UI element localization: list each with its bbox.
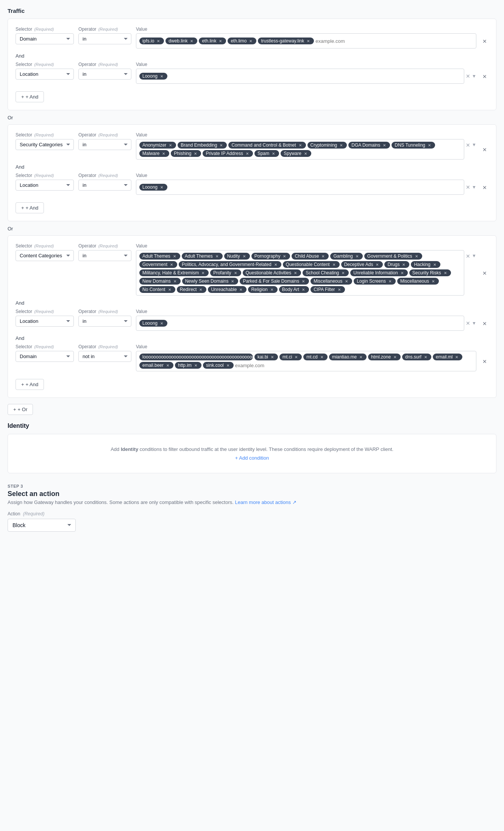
group1-row2-operator-select[interactable]: in not in [78,69,131,80]
add-or-btn[interactable]: + + Or [8,404,33,415]
group3-row2-clear-btn[interactable]: ✕ [466,320,470,326]
tag-close-religion[interactable]: ✕ [269,287,275,292]
group2-row2-clear-btn[interactable]: ✕ [466,184,470,190]
tag-close-anonymizer[interactable]: ✕ [168,142,173,148]
group1-row1-remove-btn[interactable]: ✕ [481,37,488,46]
group2-row2-value-box[interactable]: Looong ✕ [136,180,464,195]
tag-close-profanity[interactable]: ✕ [233,270,238,275]
tag-close-redirect[interactable]: ✕ [198,287,203,292]
tag-close-spyware[interactable]: ✕ [303,151,308,156]
tag-close-newly-seen-domains[interactable]: ✕ [230,279,235,284]
tag-close-new-domains[interactable]: ✕ [172,279,178,284]
tag-close-looong-g3r2[interactable]: ✕ [159,321,164,326]
tag-close-government[interactable]: ✕ [169,262,174,267]
tag-close-militancy[interactable]: ✕ [200,270,206,275]
group3-row3-selector-select[interactable]: Domain Location Security Categories Cont… [16,351,74,362]
action-select[interactable]: Block Allow Isolate Do Not Inspect [8,519,76,532]
tag-close-drugs[interactable]: ✕ [401,262,406,267]
tag-close-malware[interactable]: ✕ [161,151,166,156]
group3-row2-operator-select[interactable]: in not in [78,316,131,327]
group2-row2-remove-btn[interactable]: ✕ [481,183,488,192]
group3-row2-chevron-btn[interactable]: ▼ [472,321,476,326]
tag-close-sinkcool[interactable]: ✕ [225,363,231,368]
tag-close-htmlzone[interactable]: ✕ [392,354,398,360]
group3-row1-clear-btn[interactable]: ✕ [466,253,470,259]
tag-close-hacking[interactable]: ✕ [432,262,437,267]
tag-close-dga-domains[interactable]: ✕ [382,142,387,148]
tag-close-child-abuse[interactable]: ✕ [320,254,326,259]
tag-close-security-risks[interactable]: ✕ [443,270,448,275]
tag-close-mtcd[interactable]: ✕ [319,354,325,360]
tag-close-politics-advocacy[interactable]: ✕ [273,262,278,267]
tag-close-adult-themes-1[interactable]: ✕ [172,254,177,259]
group1-row1-value-box[interactable]: ipfs.io ✕ dweb.link ✕ eth.link ✕ eth.lim… [136,33,476,49]
group3-row1-value-box[interactable]: Adult Themes ✕ Adult Themes ✕ Nudity ✕ P… [136,250,464,296]
tag-close-school-cheating[interactable]: ✕ [340,270,346,275]
tag-close-mtci[interactable]: ✕ [293,354,299,360]
tag-close-ethlink[interactable]: ✕ [218,38,223,44]
tag-close-gov-politics[interactable]: ✕ [414,254,419,259]
tag-close-unreachable[interactable]: ✕ [238,287,243,292]
group3-row2-selector-select[interactable]: Domain Location Security Categories Cont… [16,316,74,327]
tag-close-questionable-content[interactable]: ✕ [331,262,337,267]
tag-close-no-content[interactable]: ✕ [167,287,172,292]
tag-close-trustless[interactable]: ✕ [306,38,311,44]
tag-close-miantiaome[interactable]: ✕ [358,354,364,360]
tag-close-gambling[interactable]: ✕ [354,254,360,259]
tag-close-body-art[interactable]: ✕ [301,287,306,292]
group3-row3-operator-select[interactable]: in not in [78,351,131,362]
group3-row1-chevron-btn[interactable]: ▼ [472,253,476,258]
tag-close-parked-domains[interactable]: ✕ [301,279,306,284]
group1-row1-operator-select[interactable]: in not in [78,33,131,44]
tag-close-questionable-activities[interactable]: ✕ [293,270,298,275]
tag-close-dns-tunneling[interactable]: ✕ [427,142,432,148]
group3-row3-remove-btn[interactable]: ✕ [481,357,488,366]
group3-row1-selector-select[interactable]: Domain Location Security Categories Cont… [16,250,74,261]
group1-row2-clear-btn[interactable]: ✕ [466,73,470,79]
tag-close-cc-botnet[interactable]: ✕ [298,142,303,148]
group2-row1-clear-btn[interactable]: ✕ [466,142,470,148]
group2-row1-chevron-btn[interactable]: ▼ [472,142,476,147]
group1-row1-value-input[interactable] [315,38,473,44]
group3-row3-value-input[interactable] [235,363,473,368]
group2-row2-selector-select[interactable]: Domain Location Security Categories Cont… [16,180,74,191]
group2-row1-remove-btn[interactable]: ✕ [481,145,488,154]
tag-close-ipfsio[interactable]: ✕ [156,38,161,44]
group2-row1-operator-select[interactable]: in not in [78,139,131,150]
group3-row3-value-box[interactable]: looooooooooooooooooooooooooooooooooooooo… [136,351,476,371]
tag-close-nudity[interactable]: ✕ [242,254,247,259]
tag-close-ethlimo[interactable]: ✕ [248,38,253,44]
tag-close-login-screens[interactable]: ✕ [387,279,393,284]
tag-close-emailml[interactable]: ✕ [454,354,459,360]
group1-row2-chevron-btn[interactable]: ▼ [472,74,476,79]
tag-close-brand-embedding[interactable]: ✕ [218,142,224,148]
tag-close-phishing[interactable]: ✕ [193,151,198,156]
tag-close-looong-g2r2[interactable]: ✕ [159,185,164,190]
group2-row1-value-box[interactable]: Anonymizer ✕ Brand Embedding ✕ Command a… [136,139,464,160]
tag-close-private-ip[interactable]: ✕ [245,151,250,156]
tag-close-cipa-filter[interactable]: ✕ [337,287,342,292]
group3-row1-remove-btn[interactable]: ✕ [481,269,488,278]
group3-row1-operator-select[interactable]: in not in [78,250,131,261]
tag-close-pornography[interactable]: ✕ [282,254,287,259]
group1-row2-value-box[interactable]: Looong ✕ [136,69,464,84]
tag-close-dweblink[interactable]: ✕ [189,38,194,44]
group2-row2-chevron-btn[interactable]: ▼ [472,185,476,190]
group1-row2-selector-select[interactable]: Domain Location Security Categories Cont… [16,69,74,80]
group2-add-and-btn[interactable]: + + And [16,202,44,213]
tag-close-miscellaneous-2[interactable]: ✕ [431,279,436,284]
tag-close-cryptomining[interactable]: ✕ [339,142,344,148]
tag-close-spam[interactable]: ✕ [271,151,276,156]
tag-close-adult-themes-2[interactable]: ✕ [214,254,220,259]
group3-add-and-btn[interactable]: + + And [16,379,44,390]
group3-row2-value-box[interactable]: Looong ✕ [136,316,464,331]
tag-close-kaibi[interactable]: ✕ [270,354,275,360]
group1-row2-remove-btn[interactable]: ✕ [481,72,488,81]
tag-close-miscellaneous-1[interactable]: ✕ [344,279,349,284]
group1-row1-selector-select[interactable]: Domain Location Security Categories Cont… [16,33,74,44]
group3-row2-remove-btn[interactable]: ✕ [481,319,488,328]
group2-row1-selector-select[interactable]: Domain Location Security Categories Cont… [16,139,74,150]
tag-close-dnssurf[interactable]: ✕ [423,354,428,360]
learn-more-link[interactable]: Learn more about actions ↗ [235,499,296,505]
add-condition-link[interactable]: + Add condition [20,455,484,461]
